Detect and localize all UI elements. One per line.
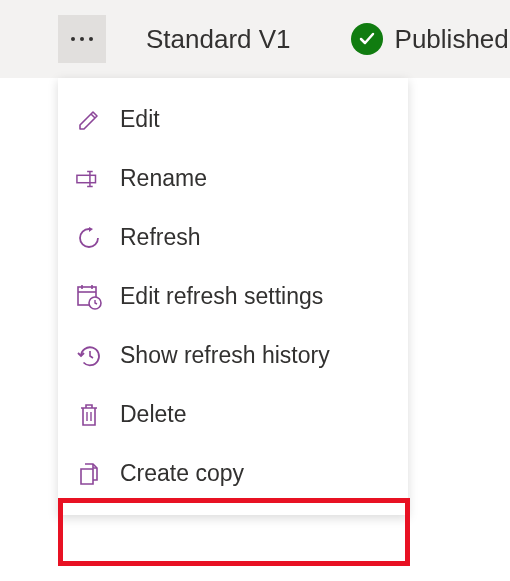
menu-item-rename[interactable]: Rename <box>58 149 408 208</box>
status-label: Published <box>395 24 509 55</box>
status-badge: Published <box>351 23 509 55</box>
menu-item-label: Refresh <box>120 224 201 251</box>
menu-item-label: Edit <box>120 106 160 133</box>
menu-item-create-copy[interactable]: Create copy <box>58 444 408 503</box>
menu-item-edit-refresh-settings[interactable]: Edit refresh settings <box>58 267 408 326</box>
copy-icon <box>76 461 102 487</box>
calendar-clock-icon <box>76 284 102 310</box>
menu-item-label: Edit refresh settings <box>120 283 323 310</box>
header-bar: Standard V1 Published <box>0 0 510 78</box>
checkmark-circle-icon <box>351 23 383 55</box>
svg-rect-0 <box>77 175 96 182</box>
menu-item-label: Rename <box>120 165 207 192</box>
pencil-icon <box>76 107 102 133</box>
menu-item-delete[interactable]: Delete <box>58 385 408 444</box>
menu-item-label: Delete <box>120 401 186 428</box>
page-title: Standard V1 <box>146 24 291 55</box>
menu-item-show-refresh-history[interactable]: Show refresh history <box>58 326 408 385</box>
more-options-button[interactable] <box>58 15 106 63</box>
menu-item-edit[interactable]: Edit <box>58 90 408 149</box>
menu-item-label: Show refresh history <box>120 342 330 369</box>
context-menu: Edit Rename Refresh <box>58 78 408 515</box>
history-icon <box>76 343 102 369</box>
ellipsis-icon <box>71 37 93 41</box>
menu-item-label: Create copy <box>120 460 244 487</box>
trash-icon <box>76 402 102 428</box>
rename-icon <box>76 166 102 192</box>
menu-item-refresh[interactable]: Refresh <box>58 208 408 267</box>
refresh-icon <box>76 225 102 251</box>
